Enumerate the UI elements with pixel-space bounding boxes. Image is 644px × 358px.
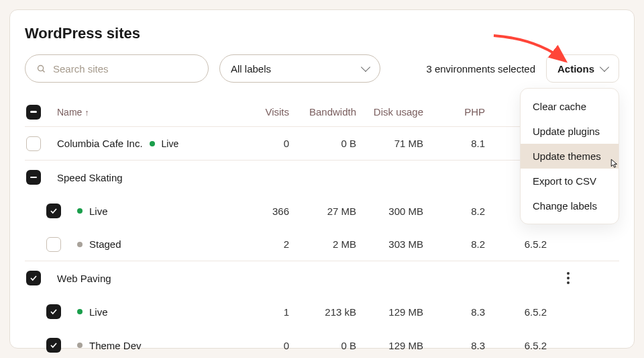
- cell-visits: 0: [245, 340, 297, 351]
- select-all-checkbox[interactable]: [26, 105, 41, 120]
- env-name-cell[interactable]: Staged: [57, 238, 245, 250]
- search-input-wrap[interactable]: [25, 54, 209, 83]
- svg-line-1: [43, 70, 45, 72]
- search-icon: [36, 64, 46, 74]
- status-dot-live: [150, 141, 155, 146]
- search-input[interactable]: [52, 62, 197, 75]
- actions-button[interactable]: Actions: [546, 54, 619, 83]
- cell-disk: 303 MB: [364, 238, 431, 250]
- env-name-cell[interactable]: Live: [57, 206, 245, 217]
- cell-php: 8.3: [431, 306, 493, 318]
- cell-visits: 1: [245, 306, 297, 318]
- cell-visits: 0: [245, 138, 297, 149]
- svg-point-0: [38, 65, 44, 71]
- cell-wp: 6.5.2: [493, 306, 555, 318]
- chevron-down-icon: [600, 62, 609, 72]
- cell-php: 8.2: [431, 238, 493, 250]
- row-checkbox[interactable]: [26, 136, 41, 151]
- cell-bandwidth: 213 kB: [297, 306, 364, 318]
- status-dot-live: [77, 309, 83, 314]
- cell-disk: 129 MB: [364, 340, 431, 351]
- row-checkbox[interactable]: [26, 170, 41, 185]
- env-name-cell[interactable]: Theme Dev: [57, 340, 245, 351]
- chevron-down-icon: [361, 62, 370, 72]
- sort-asc-icon: ↑: [85, 107, 89, 118]
- cell-bandwidth: 27 MB: [297, 206, 364, 217]
- menu-item-clear-cache[interactable]: Clear cache: [521, 94, 619, 119]
- cell-visits: 366: [245, 206, 297, 217]
- menu-item-update-plugins[interactable]: Update plugins: [521, 119, 619, 144]
- env-name-cell[interactable]: Live: [57, 306, 245, 318]
- menu-item-update-themes[interactable]: Update themes: [521, 144, 619, 169]
- actions-dropdown: Clear cache Update plugins Update themes…: [520, 88, 619, 224]
- col-visits[interactable]: Visits: [245, 106, 297, 118]
- menu-item-export-csv[interactable]: Export to CSV: [521, 169, 619, 193]
- menu-item-change-labels[interactable]: Change labels: [521, 193, 619, 218]
- cell-disk: 71 MB: [364, 138, 431, 149]
- cell-php: 8.2: [431, 206, 493, 217]
- cell-wp: 6.5.2: [493, 238, 555, 250]
- status-dot-staged: [77, 242, 83, 247]
- status-dot-live: [77, 208, 83, 214]
- row-menu-button[interactable]: [555, 272, 582, 284]
- cell-php: 8.1: [431, 138, 493, 149]
- selection-count: 3 environments selected: [426, 63, 535, 75]
- labels-select[interactable]: All labels: [219, 54, 380, 83]
- col-name[interactable]: Name ↑: [57, 107, 245, 118]
- page-title: WordPress sites: [25, 25, 619, 42]
- cell-disk: 300 MB: [364, 206, 431, 217]
- cell-disk: 129 MB: [364, 306, 431, 318]
- status-dot-staged: [77, 343, 83, 348]
- panel: WordPress sites All labels 3 environment…: [9, 9, 635, 349]
- controls-row: All labels 3 environments selected Actio…: [25, 54, 619, 83]
- table-row: Staged 2 2 MB 303 MB 8.2 6.5.2: [25, 228, 619, 261]
- cell-visits: 2: [245, 238, 297, 250]
- cell-wp: 6.5.2: [493, 340, 555, 351]
- site-name-cell[interactable]: Speed Skating: [57, 172, 245, 183]
- col-php[interactable]: PHP: [431, 106, 493, 118]
- site-name-cell[interactable]: Columbia Cafe Inc. Live: [57, 138, 245, 149]
- labels-select-text: All labels: [231, 63, 271, 75]
- cell-php: 8.3: [431, 340, 493, 351]
- cell-bandwidth: 0 B: [297, 138, 364, 149]
- table-row: Live 1 213 kB 129 MB 8.3 6.5.2: [25, 295, 619, 328]
- site-name-cell[interactable]: Web Paving: [57, 273, 245, 284]
- actions-button-label: Actions: [557, 63, 594, 75]
- row-checkbox[interactable]: [26, 271, 41, 285]
- cell-bandwidth: 0 B: [297, 340, 364, 351]
- table-row: Theme Dev 0 0 B 129 MB 8.3 6.5.2: [25, 328, 619, 358]
- col-bandwidth[interactable]: Bandwidth: [297, 106, 364, 118]
- table-row: Web Paving: [25, 261, 619, 295]
- cell-bandwidth: 2 MB: [297, 238, 364, 250]
- col-disk[interactable]: Disk usage: [364, 106, 431, 118]
